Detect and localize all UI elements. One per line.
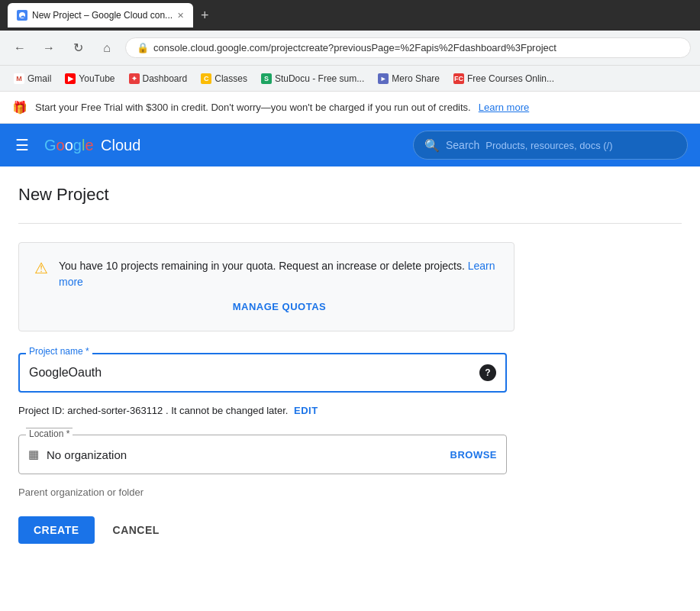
studocu-favicon: S: [261, 73, 272, 84]
bookmark-dashboard-label: Dashboard: [143, 73, 188, 84]
gcp-logo: Google Cloud: [44, 137, 140, 154]
location-label: Location *: [26, 428, 73, 439]
address-input[interactable]: 🔒 console.cloud.google.com/projectcreate…: [125, 37, 691, 58]
home-button[interactable]: ⌂: [96, 37, 118, 59]
bookmark-dashboard[interactable]: ✦ Dashboard: [123, 71, 194, 86]
browse-button[interactable]: BROWSE: [450, 449, 498, 461]
project-name-input-wrapper[interactable]: ?: [18, 353, 507, 393]
bookmark-youtube[interactable]: ▶ YouTube: [59, 71, 121, 86]
bookmark-meroshare-label: Mero Share: [392, 73, 440, 84]
classes-favicon: C: [201, 73, 211, 84]
bookmark-classes-label: Classes: [215, 73, 247, 84]
dashboard-favicon: ✦: [129, 73, 140, 84]
warning-icon: ⚠: [34, 259, 48, 277]
new-tab-button[interactable]: +: [196, 8, 214, 24]
page-content: New Project ⚠ You have 10 projects remai…: [0, 166, 700, 562]
tab-favicon: ☁: [17, 10, 27, 21]
bookmark-freecourses[interactable]: FC Free Courses Onlin...: [447, 71, 560, 86]
freecourses-favicon: FC: [453, 73, 464, 84]
back-button[interactable]: ←: [9, 37, 31, 59]
bookmark-freecourses-label: Free Courses Onlin...: [467, 73, 554, 84]
bookmark-meroshare[interactable]: ► Mero Share: [372, 71, 446, 86]
bookmark-youtube-label: YouTube: [79, 73, 115, 84]
address-text: console.cloud.google.com/projectcreate?p…: [153, 42, 556, 53]
logo-cloud-text: Cloud: [97, 137, 141, 154]
warning-message: You have 10 projects remaining in your q…: [59, 258, 498, 290]
project-id-text: Project ID: arched-sorter-363112 . It ca…: [18, 405, 682, 416]
location-input-wrapper[interactable]: ▦ No organization BROWSE: [18, 435, 507, 474]
gcp-search-bar[interactable]: 🔍 Search Products, resources, docs (/): [413, 131, 688, 160]
lock-icon: 🔒: [137, 42, 149, 53]
bookmark-gmail[interactable]: M Gmail: [8, 71, 57, 86]
free-trial-banner: 🎁 Start your Free Trial with $300 in cre…: [0, 92, 700, 124]
parent-org-hint: Parent organization or folder: [18, 487, 682, 498]
project-name-field: Project name * ?: [18, 353, 507, 393]
logo-google-text: Google: [44, 137, 94, 154]
forward-button[interactable]: →: [38, 37, 60, 59]
quota-warning-box: ⚠ You have 10 projects remaining in your…: [18, 242, 515, 331]
search-icon: 🔍: [424, 138, 440, 153]
tab-title: New Project – Google Cloud con...: [32, 10, 173, 21]
bookmark-studocu-label: StuDocu - Free sum...: [275, 73, 364, 84]
address-bar-row: ← → ↻ ⌂ 🔒 console.cloud.google.com/proje…: [0, 31, 700, 66]
cancel-button[interactable]: CANCEL: [107, 516, 166, 544]
banner-learn-more-link[interactable]: Learn more: [479, 102, 529, 113]
manage-quotas-button[interactable]: MANAGE QUOTAS: [60, 298, 498, 315]
tab-close-btn[interactable]: ✕: [177, 11, 184, 21]
tab-bar: ☁ New Project – Google Cloud con... ✕ +: [8, 3, 214, 27]
page-title: New Project: [18, 185, 682, 205]
warning-top: ⚠ You have 10 projects remaining in your…: [34, 258, 498, 290]
search-label: Search: [446, 139, 479, 151]
reload-button[interactable]: ↻: [67, 37, 89, 59]
svg-text:☁: ☁: [20, 13, 25, 18]
bookmark-gmail-label: Gmail: [27, 73, 51, 84]
hamburger-menu-button[interactable]: ☰: [12, 133, 32, 157]
location-field: Location * ▦ No organization BROWSE: [18, 435, 507, 474]
gmail-favicon: M: [14, 73, 24, 84]
action-buttons: CREATE CANCEL: [18, 516, 682, 544]
gift-icon: 🎁: [12, 100, 27, 115]
create-button[interactable]: CREATE: [18, 516, 95, 544]
project-name-label: Project name *: [26, 346, 92, 357]
search-shortcut: Products, resources, docs (/): [485, 140, 612, 151]
page-divider: [18, 223, 682, 224]
bookmarks-bar: M Gmail ▶ YouTube ✦ Dashboard C Classes …: [0, 66, 700, 92]
banner-text: Start your Free Trial with $300 in credi…: [35, 102, 471, 113]
help-icon[interactable]: ?: [479, 364, 496, 381]
active-tab[interactable]: ☁ New Project – Google Cloud con... ✕: [8, 3, 193, 27]
gcp-header: ☰ Google Cloud 🔍 Search Products, resour…: [0, 124, 700, 166]
location-building-icon: ▦: [28, 448, 39, 461]
browser-chrome: ☁ New Project – Google Cloud con... ✕ +: [0, 0, 700, 31]
location-value: No organization: [47, 448, 443, 461]
edit-project-id-link[interactable]: EDIT: [294, 405, 318, 416]
project-name-input[interactable]: [29, 366, 479, 380]
meroshare-favicon: ►: [378, 73, 389, 84]
youtube-favicon: ▶: [65, 73, 76, 84]
bookmark-studocu[interactable]: S StuDocu - Free sum...: [255, 71, 370, 86]
bookmark-classes[interactable]: C Classes: [195, 71, 253, 86]
